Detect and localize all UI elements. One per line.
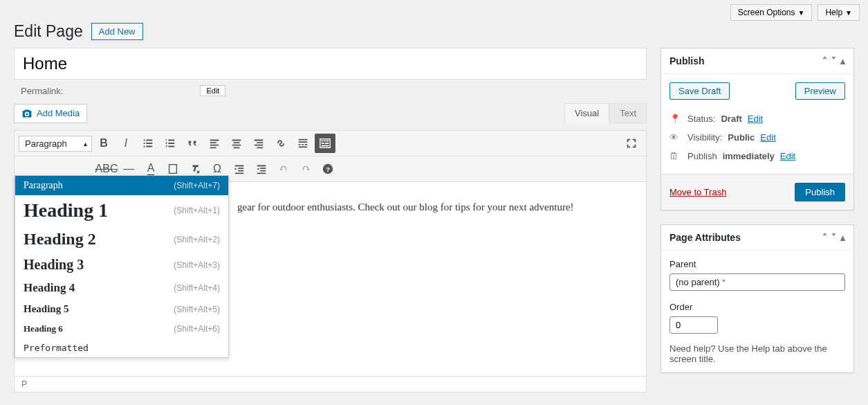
chevron-down-icon: ▼	[798, 9, 805, 17]
read-more-button[interactable]	[293, 134, 313, 153]
toolbar-toggle-button[interactable]	[315, 134, 335, 153]
chevron-down-icon: ˅	[722, 279, 726, 287]
svg-rect-4	[322, 143, 325, 144]
post-title-input[interactable]	[14, 48, 647, 80]
parent-select[interactable]: (no parent) ˅	[670, 273, 845, 291]
format-select[interactable]: Paragraph▴	[19, 136, 92, 152]
bullet-list-button[interactable]	[138, 134, 158, 153]
shortcuts-help-button[interactable]: ?	[317, 159, 338, 179]
publish-date-edit-link[interactable]: Edit	[780, 151, 795, 161]
format-option-heading-1[interactable]: Heading 1(Shift+Alt+1)	[15, 195, 228, 226]
help-button[interactable]: Help ▼	[818, 4, 860, 21]
outdent-button[interactable]	[229, 159, 250, 179]
fullscreen-button[interactable]	[621, 134, 642, 153]
order-input[interactable]	[670, 316, 718, 334]
format-option-heading-6[interactable]: Heading 6(Shift+Alt+6)	[15, 319, 228, 339]
format-dropdown: Paragraph(Shift+Alt+7)Heading 1(Shift+Al…	[15, 175, 229, 358]
format-option-paragraph[interactable]: Paragraph(Shift+Alt+7)	[15, 176, 228, 195]
calendar-icon: 🗓	[670, 151, 682, 161]
format-option-heading-2[interactable]: Heading 2(Shift+Alt+2)	[15, 226, 228, 253]
visibility-edit-link[interactable]: Edit	[760, 132, 775, 143]
svg-text:?: ?	[326, 165, 330, 173]
chevron-down-icon: ▼	[845, 9, 852, 17]
save-draft-button[interactable]: Save Draft	[670, 82, 730, 100]
format-option-heading-4[interactable]: Heading 4(Shift+Alt+4)	[15, 277, 228, 299]
svg-rect-2	[324, 141, 326, 142]
tab-text[interactable]: Text	[609, 103, 647, 123]
svg-rect-5	[325, 143, 329, 144]
format-option-preformatted[interactable]: Preformatted	[15, 339, 228, 357]
add-media-button[interactable]: Add Media	[14, 104, 87, 123]
undo-button[interactable]	[273, 159, 294, 179]
panel-toggle-icon[interactable]: ▴	[840, 232, 845, 243]
chevron-up-icon: ▴	[84, 140, 87, 147]
indent-button[interactable]	[251, 159, 272, 179]
align-right-button[interactable]	[248, 134, 269, 153]
add-new-button[interactable]: Add New	[91, 23, 143, 40]
permalink-label: Permalink:	[21, 86, 63, 96]
screen-options-button[interactable]: Screen Options ▼	[730, 4, 813, 21]
publish-date-value: immediately	[723, 151, 775, 161]
editor-status-bar: P	[15, 376, 646, 392]
align-center-button[interactable]	[226, 134, 247, 153]
numbered-list-button[interactable]	[160, 134, 181, 153]
blockquote-button[interactable]	[182, 134, 203, 153]
permalink-edit-button[interactable]: Edit	[200, 85, 225, 96]
parent-label: Parent	[670, 259, 845, 269]
format-option-heading-3[interactable]: Heading 3(Shift+Alt+3)	[15, 253, 228, 277]
svg-rect-3	[326, 141, 329, 142]
bold-button[interactable]: B	[93, 134, 114, 153]
page-attributes-title: Page Attributes	[670, 232, 741, 243]
svg-rect-7	[169, 165, 177, 174]
svg-rect-6	[322, 145, 329, 147]
tab-visual[interactable]: Visual	[564, 103, 609, 123]
panel-up-icon[interactable]: ˄	[822, 55, 827, 66]
redo-button[interactable]	[295, 159, 316, 179]
publish-panel-title: Publish	[670, 55, 705, 66]
panel-down-icon[interactable]: ˅	[831, 232, 836, 243]
page-title: Edit Page	[14, 22, 83, 41]
status-label: Status:	[687, 114, 715, 124]
visibility-value: Public	[728, 132, 755, 143]
move-to-trash-link[interactable]: Move to Trash	[670, 187, 726, 197]
visibility-icon: 👁	[670, 132, 682, 143]
link-button[interactable]	[270, 134, 291, 153]
order-label: Order	[670, 302, 845, 312]
camera-icon	[21, 108, 33, 119]
publish-date-label: Publish	[687, 151, 717, 161]
help-text: Need help? Use the Help tab above the sc…	[670, 343, 845, 364]
panel-up-icon[interactable]: ˄	[822, 232, 827, 243]
visibility-label: Visibility:	[687, 132, 722, 143]
preview-button[interactable]: Preview	[795, 82, 845, 100]
svg-rect-1	[322, 141, 324, 142]
align-left-button[interactable]	[204, 134, 225, 153]
status-value: Draft	[721, 114, 741, 124]
panel-toggle-icon[interactable]: ▴	[840, 55, 845, 66]
publish-button[interactable]: Publish	[795, 183, 845, 201]
format-option-heading-5[interactable]: Heading 5(Shift+Alt+5)	[15, 299, 228, 319]
status-edit-link[interactable]: Edit	[748, 114, 763, 124]
panel-down-icon[interactable]: ˅	[831, 55, 836, 66]
italic-button[interactable]: I	[116, 134, 136, 153]
pin-icon: 📍	[670, 114, 682, 124]
